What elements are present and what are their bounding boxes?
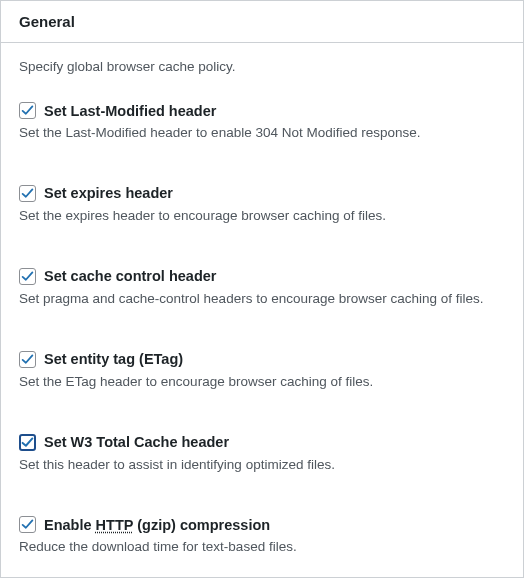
- general-panel: General Specify global browser cache pol…: [0, 0, 524, 578]
- setting-cache-control: Set cache control header Set pragma and …: [19, 268, 505, 309]
- checkbox-w3tc-header[interactable]: [19, 434, 36, 451]
- checkbox-cache-control[interactable]: [19, 268, 36, 285]
- setting-w3tc-header: Set W3 Total Cache header Set this heade…: [19, 434, 505, 475]
- checkmark-icon: [21, 353, 34, 366]
- setting-description: Reduce the download time for text-based …: [19, 538, 505, 557]
- label-prefix: Enable: [44, 517, 96, 533]
- setting-label[interactable]: Set entity tag (ETag): [44, 351, 183, 367]
- setting-label[interactable]: Set cache control header: [44, 268, 216, 284]
- setting-gzip: Enable HTTP (gzip) compression Reduce th…: [19, 516, 505, 557]
- checkbox-gzip[interactable]: [19, 516, 36, 533]
- label-suffix: (gzip) compression: [133, 517, 270, 533]
- checkmark-icon: [21, 270, 34, 283]
- checkmark-icon: [21, 104, 34, 117]
- setting-label[interactable]: Enable HTTP (gzip) compression: [44, 517, 270, 533]
- http-abbr: HTTP: [96, 517, 134, 533]
- setting-row: Set expires header: [19, 185, 505, 202]
- checkmark-icon: [21, 436, 34, 449]
- setting-description: Set the Last-Modified header to enable 3…: [19, 124, 505, 143]
- setting-etag: Set entity tag (ETag) Set the ETag heade…: [19, 351, 505, 392]
- setting-expires: Set expires header Set the expires heade…: [19, 185, 505, 226]
- setting-description: Set the expires header to encourage brow…: [19, 207, 505, 226]
- panel-header: General: [1, 0, 523, 43]
- panel-intro: Specify global browser cache policy.: [19, 59, 505, 74]
- setting-row: Set entity tag (ETag): [19, 351, 505, 368]
- setting-label[interactable]: Set Last-Modified header: [44, 103, 216, 119]
- setting-last-modified: Set Last-Modified header Set the Last-Mo…: [19, 102, 505, 143]
- setting-row: Enable HTTP (gzip) compression: [19, 516, 505, 533]
- checkbox-expires[interactable]: [19, 185, 36, 202]
- setting-row: Set cache control header: [19, 268, 505, 285]
- checkmark-icon: [21, 187, 34, 200]
- panel-body: Specify global browser cache policy. Set…: [1, 43, 523, 577]
- setting-description: Set this header to assist in identifying…: [19, 456, 505, 475]
- checkbox-last-modified[interactable]: [19, 102, 36, 119]
- setting-row: Set W3 Total Cache header: [19, 434, 505, 451]
- setting-description: Set the ETag header to encourage browser…: [19, 373, 505, 392]
- setting-label[interactable]: Set W3 Total Cache header: [44, 434, 229, 450]
- panel-title: General: [19, 13, 505, 30]
- setting-row: Set Last-Modified header: [19, 102, 505, 119]
- setting-label[interactable]: Set expires header: [44, 185, 173, 201]
- setting-description: Set pragma and cache-control headers to …: [19, 290, 505, 309]
- checkmark-icon: [21, 518, 34, 531]
- checkbox-etag[interactable]: [19, 351, 36, 368]
